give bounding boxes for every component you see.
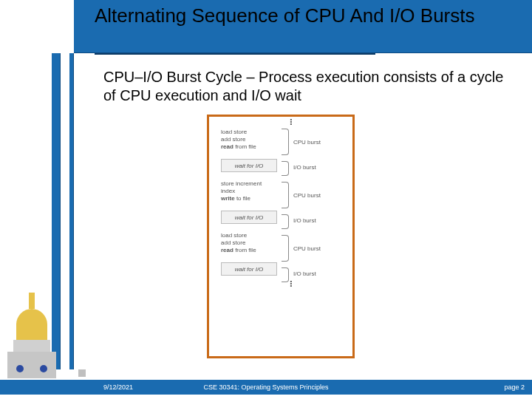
brace-icon <box>282 129 289 155</box>
brace-icon <box>282 214 289 229</box>
footer-page: page 2 <box>504 383 525 391</box>
dome-logo <box>3 290 61 378</box>
slide-title: Alternating Sequence of CPU And I/O Burs… <box>95 4 475 27</box>
brace-label: CPU burst <box>293 245 321 252</box>
footer-course: CSE 30341: Operating Systems Principles <box>203 383 328 391</box>
brace-label: CPU burst <box>293 139 321 146</box>
op-line: add store <box>221 239 277 247</box>
bullet-body: CPU–I/O Burst Cycle – Process execution … <box>103 69 503 103</box>
io-wait-3: wait for I/O <box>221 262 277 276</box>
left-rail-thin <box>69 53 74 369</box>
burst-diagram: ••• load store add store read from file … <box>207 115 355 358</box>
op-line: load store <box>221 232 277 239</box>
io-wait-1: wait for I/O <box>221 159 277 172</box>
op-line: store increment <box>221 180 277 188</box>
op-line: load store <box>221 129 277 136</box>
footer-date: 9/12/2021 <box>103 383 133 391</box>
brace-label: CPU burst <box>293 192 321 199</box>
brace-label: I/O burst <box>293 270 316 277</box>
brace-label: I/O burst <box>293 164 316 171</box>
brace-icon <box>282 267 289 282</box>
body-text: CPU–I/O Burst Cycle – Process execution … <box>103 68 517 105</box>
ellipsis-bottom: ••• <box>209 276 352 288</box>
brace-icon <box>282 161 289 176</box>
brace-icon <box>282 235 289 262</box>
op-line: index <box>221 188 277 195</box>
decorative-square <box>78 369 86 377</box>
op-line: read from file <box>221 247 277 254</box>
ellipsis-top: ••• <box>209 117 352 126</box>
op-line: add store <box>221 136 277 143</box>
cpu-block-1: load store add store read from file <box>221 126 277 153</box>
brace-label: I/O burst <box>293 217 316 224</box>
op-line: write to file <box>221 195 277 202</box>
io-wait-2: wait for I/O <box>221 211 277 224</box>
op-line: read from file <box>221 143 277 151</box>
cpu-block-2: store increment index write to file <box>221 178 277 205</box>
title-underline <box>95 53 375 55</box>
footer-bar: 9/12/2021 CSE 30341: Operating Systems P… <box>0 380 532 395</box>
brace-icon <box>282 182 289 208</box>
cpu-block-3: load store add store read from file <box>221 230 277 256</box>
